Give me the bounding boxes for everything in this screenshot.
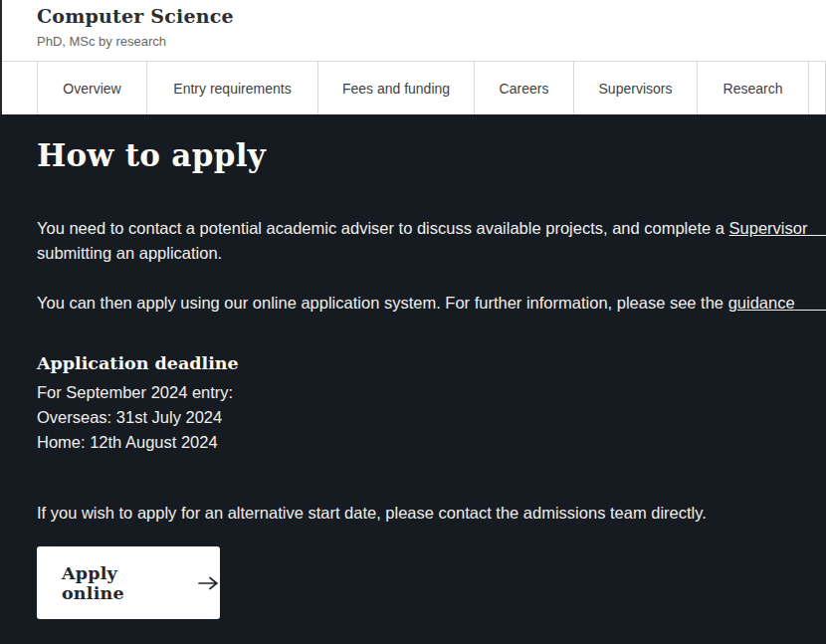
nav-left-spacer — [0, 62, 38, 114]
nav-right-spacer — [809, 62, 826, 114]
adviser-paragraph: You need to contact a potential academic… — [37, 216, 826, 266]
online-application-text: You can then apply using our online appl… — [37, 294, 728, 312]
deadline-home-line: Home: 12th August 2024 — [37, 430, 826, 455]
adviser-paragraph-line2: submitting an application. — [37, 241, 826, 266]
course-subtitle: PhD, MSc by research — [0, 28, 826, 49]
window-edge-line — [0, 0, 2, 114]
tab-fees-and-funding[interactable]: Fees and funding — [318, 62, 475, 114]
arrow-right-icon — [197, 575, 220, 591]
course-title: Computer Science — [0, 0, 826, 28]
deadline-heading: Application deadline — [37, 351, 826, 376]
guidance-link[interactable]: guidance — [728, 294, 826, 312]
deadline-overseas-line: Overseas: 31st July 2024 — [37, 405, 826, 430]
apply-online-button[interactable]: Apply online — [37, 546, 220, 619]
apply-online-label: Apply online — [62, 563, 185, 603]
tab-careers[interactable]: Careers — [475, 62, 574, 114]
online-application-paragraph: You can then apply using our online appl… — [37, 291, 826, 316]
tab-overview[interactable]: Overview — [38, 62, 147, 114]
how-to-apply-section: How to apply You need to contact a poten… — [0, 114, 826, 644]
tab-research[interactable]: Research — [698, 62, 809, 114]
deadline-entry-line: For September 2024 entry: — [37, 380, 826, 405]
section-heading: How to apply — [37, 114, 826, 174]
course-page: Computer Science PhD, MSc by research Ov… — [0, 0, 826, 644]
alternative-date-paragraph: If you wish to apply for an alternative … — [37, 501, 826, 526]
course-header: Computer Science PhD, MSc by research — [0, 0, 826, 61]
supervisor-request-link[interactable]: Supervisor — [729, 219, 826, 237]
adviser-paragraph-text: You need to contact a potential academic… — [37, 219, 729, 237]
tab-entry-requirements[interactable]: Entry requirements — [147, 62, 318, 114]
course-nav: Overview Entry requirements Fees and fun… — [0, 61, 826, 114]
tab-supervisors[interactable]: Supervisors — [574, 62, 698, 114]
